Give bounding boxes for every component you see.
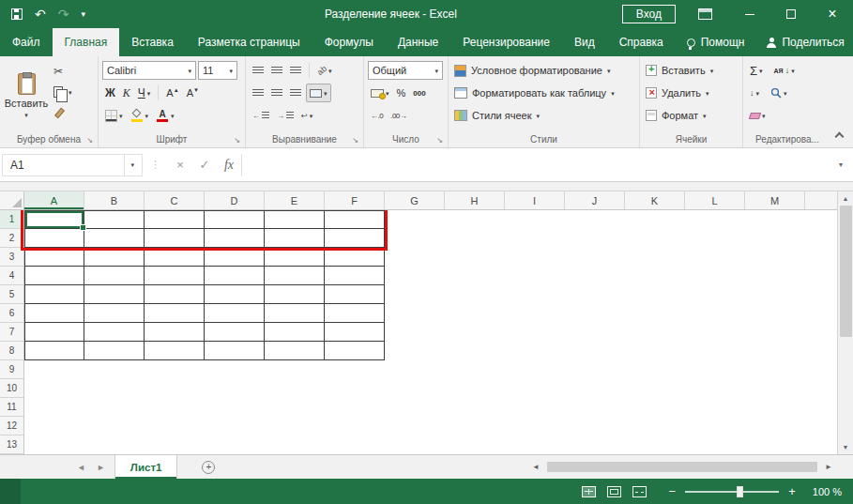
cell-B6[interactable] (84, 304, 145, 323)
cell-M4[interactable] (745, 267, 805, 285)
cell-E11[interactable] (265, 398, 325, 417)
cell-J3[interactable] (565, 248, 625, 267)
cell-E12[interactable] (265, 417, 325, 435)
font-dialog-launcher[interactable]: ↘ (232, 135, 242, 145)
zoom-slider-thumb[interactable] (737, 486, 743, 497)
column-header-M[interactable]: M (745, 191, 805, 209)
cell-J8[interactable] (565, 342, 625, 360)
cell-J2[interactable] (565, 229, 625, 248)
cell-H9[interactable] (445, 360, 505, 379)
zoom-out-button[interactable]: − (665, 485, 680, 497)
save-icon[interactable] (11, 8, 23, 20)
cell-I1[interactable] (505, 210, 565, 229)
cell-E9[interactable] (265, 360, 325, 379)
cell-J12[interactable] (565, 417, 625, 435)
customize-qat-caret-icon[interactable]: ▾ (81, 10, 85, 19)
row-header-3[interactable]: 3 (0, 248, 23, 267)
cell-J11[interactable] (565, 398, 625, 417)
cell-K13[interactable] (625, 435, 685, 454)
insert-cells-button[interactable]: Вставить ▾ (642, 59, 740, 82)
format-painter-button[interactable] (51, 102, 75, 123)
find-select-button[interactable]: ▾ (768, 84, 790, 102)
cell-D5[interactable] (205, 285, 265, 304)
cell-C8[interactable] (145, 342, 205, 360)
cell-M9[interactable] (745, 360, 805, 379)
row-header-2[interactable]: 2 (0, 229, 23, 248)
select-all-corner[interactable] (0, 191, 24, 209)
column-header-L[interactable]: L (685, 191, 745, 209)
thousands-separator-button[interactable]: 000 (410, 84, 428, 102)
ribbon-tab-5[interactable]: Данные (386, 28, 450, 56)
cell-I4[interactable] (505, 267, 565, 285)
cell-F2[interactable] (325, 229, 385, 248)
cell-M13[interactable] (745, 435, 805, 454)
number-dialog-launcher[interactable]: ↘ (434, 135, 445, 145)
cell-E3[interactable] (265, 248, 325, 267)
font-size-combo[interactable]: 11▾ (198, 61, 237, 80)
cell-I8[interactable] (505, 342, 565, 360)
cell-F12[interactable] (325, 417, 385, 435)
cell-K10[interactable] (625, 379, 685, 398)
cell-D11[interactable] (205, 398, 265, 417)
row-header-1[interactable]: 1 (0, 210, 23, 229)
ribbon-tab-1[interactable]: Главная (53, 28, 120, 56)
cell-F5[interactable] (325, 285, 385, 304)
cell-K6[interactable] (625, 304, 685, 323)
row-header-13[interactable]: 13 (0, 435, 23, 454)
paste-button[interactable]: Вставить ▾ (2, 59, 51, 131)
ribbon-tab-2[interactable]: Вставка (119, 28, 186, 56)
cell-B9[interactable] (84, 360, 145, 379)
cell-M3[interactable] (745, 248, 805, 267)
cell-A1[interactable] (24, 210, 84, 229)
formula-bar-expand-button[interactable]: ▾ (830, 154, 851, 176)
cell-M12[interactable] (745, 417, 805, 435)
cut-button[interactable]: ✂ (51, 61, 75, 82)
delete-cells-button[interactable]: Удалить ▾ (642, 82, 740, 104)
cell-G8[interactable] (385, 342, 445, 360)
cell-A10[interactable] (24, 379, 84, 398)
cell-F8[interactable] (325, 342, 385, 360)
column-header-I[interactable]: I (505, 191, 565, 209)
format-as-table-button[interactable]: Форматировать как таблицу ▾ (450, 82, 637, 104)
cell-I10[interactable] (505, 379, 565, 398)
ribbon-tab-4[interactable]: Формулы (312, 28, 386, 56)
decrease-indent-button[interactable]: ← (250, 106, 272, 125)
minimize-button[interactable] (729, 0, 770, 28)
align-right-button[interactable] (287, 84, 304, 102)
alignment-dialog-launcher[interactable]: ↘ (350, 135, 360, 145)
column-header-F[interactable]: F (325, 191, 385, 209)
horizontal-scroll-thumb[interactable] (547, 462, 817, 472)
cell-E2[interactable] (265, 229, 325, 248)
cell-H13[interactable] (445, 435, 505, 454)
column-header-E[interactable]: E (265, 191, 325, 209)
cell-C7[interactable] (145, 323, 205, 342)
cell-A2[interactable] (24, 229, 84, 248)
cell-M6[interactable] (745, 304, 805, 323)
cell-L5[interactable] (685, 285, 745, 304)
cell-L6[interactable] (685, 304, 745, 323)
close-button[interactable]: × (812, 0, 853, 28)
align-bottom-button[interactable] (287, 61, 304, 80)
cell-L7[interactable] (685, 323, 745, 342)
cell-D2[interactable] (205, 229, 265, 248)
cell-D6[interactable] (205, 304, 265, 323)
cell-D1[interactable] (205, 210, 265, 229)
row-header-4[interactable]: 4 (0, 267, 23, 285)
cell-I11[interactable] (505, 398, 565, 417)
cell-M5[interactable] (745, 285, 805, 304)
decrease-font-button[interactable]: А▼ (184, 84, 202, 102)
maximize-button[interactable] (770, 0, 812, 28)
borders-button[interactable]: ▾ (102, 106, 126, 125)
cell-B12[interactable] (84, 417, 145, 435)
ribbon-tab-0[interactable]: Файл (0, 28, 53, 56)
horizontal-scrollbar[interactable]: ◄ ► (527, 455, 837, 479)
cell-F7[interactable] (325, 323, 385, 342)
cell-D9[interactable] (205, 360, 265, 379)
column-header-K[interactable]: K (625, 191, 685, 209)
cell-K3[interactable] (625, 248, 685, 267)
cell-A3[interactable] (24, 248, 84, 267)
cell-K12[interactable] (625, 417, 685, 435)
share-button[interactable]: Поделиться (755, 28, 853, 56)
cell-G6[interactable] (385, 304, 445, 323)
cell-L8[interactable] (685, 342, 745, 360)
